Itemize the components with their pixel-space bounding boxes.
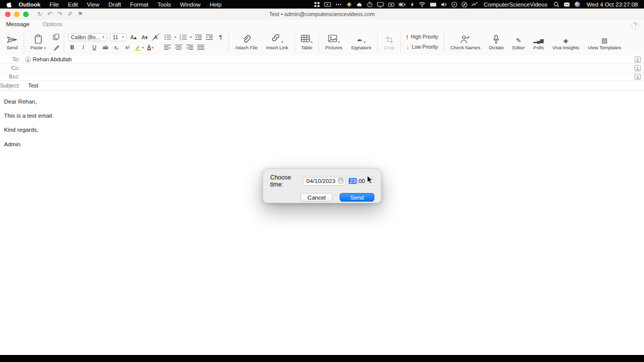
shrink-font-button[interactable]: A▾ xyxy=(140,33,149,41)
zoom-button[interactable] xyxy=(23,12,29,17)
underline-button[interactable]: U xyxy=(90,44,99,51)
polls-button[interactable]: ▂▄▆ Polls xyxy=(531,33,546,51)
time-minute[interactable]: 00 xyxy=(359,178,365,184)
subscript-button[interactable]: x₂ xyxy=(112,44,121,51)
address-book-button[interactable] xyxy=(631,65,644,71)
bcc-input[interactable] xyxy=(23,72,631,80)
bold-button[interactable]: B xyxy=(68,44,76,51)
draw-icon[interactable]: ✐ xyxy=(67,11,72,18)
decrease-indent-button[interactable] xyxy=(194,33,203,41)
highlight-button[interactable]: ▾ xyxy=(134,44,144,51)
menu-tools[interactable]: Tools xyxy=(153,2,176,8)
search-icon[interactable] xyxy=(553,2,559,8)
help-button[interactable]: ? xyxy=(631,22,639,29)
sync-icon[interactable]: ↻ xyxy=(37,11,42,18)
align-left-button[interactable] xyxy=(164,43,172,51)
menu-view[interactable]: View xyxy=(83,2,104,8)
flag-icon[interactable]: ⚑ xyxy=(77,11,83,18)
dialog-send-button[interactable]: Send xyxy=(340,193,374,202)
justify-button[interactable] xyxy=(197,43,205,51)
date-input[interactable]: 04/10/2023 xyxy=(303,177,346,186)
paragraph-marks-button[interactable]: ¶ xyxy=(216,33,225,41)
input-source-icon[interactable] xyxy=(564,2,570,8)
menu-draft[interactable]: Draft xyxy=(104,2,126,8)
address-book-button[interactable] xyxy=(631,73,644,80)
copy-button[interactable] xyxy=(52,33,60,41)
font-size-select[interactable]: 11▾ xyxy=(110,33,127,41)
calendar-icon[interactable] xyxy=(338,177,344,185)
to-input[interactable]: Rehan Abdullah xyxy=(23,55,631,63)
italic-button[interactable]: I xyxy=(79,44,88,51)
low-priority-button[interactable]: ↓Low Priority xyxy=(407,44,438,50)
menu-outlook[interactable]: Outlook xyxy=(14,2,45,8)
browser-icon[interactable] xyxy=(461,2,467,8)
camera-icon[interactable] xyxy=(388,2,394,8)
time-input[interactable]: 23:00 xyxy=(349,178,365,184)
menu-help[interactable]: Help xyxy=(205,2,226,8)
more-icon[interactable] xyxy=(335,2,342,8)
recipient-chip[interactable]: Rehan Abdullah xyxy=(23,56,74,62)
check-names-button[interactable]: Check Names xyxy=(448,33,483,51)
redo-icon[interactable]: ↷ xyxy=(57,11,62,18)
grow-font-button[interactable]: A▴ xyxy=(129,33,138,41)
tab-options[interactable]: Options xyxy=(43,21,63,27)
high-priority-button[interactable]: !High Priority xyxy=(407,34,438,40)
wifi-icon[interactable] xyxy=(419,2,426,7)
send-button[interactable]: Send xyxy=(4,33,20,51)
apple-menu-icon[interactable] xyxy=(6,1,12,8)
menubar-clock[interactable]: Wed 4 Oct 23:27:08 xyxy=(585,2,638,8)
bullets-button[interactable] xyxy=(164,33,172,41)
stepper-up-icon[interactable]: ▲ xyxy=(370,177,374,182)
viva-insights-button[interactable]: ◈ Viva Insights xyxy=(550,33,582,51)
menu-edit[interactable]: Edit xyxy=(63,2,83,8)
launchpad-icon[interactable] xyxy=(314,2,320,8)
tab-message[interactable]: Message xyxy=(6,21,30,27)
font-color-button[interactable]: A▾ xyxy=(146,44,155,51)
menu-format[interactable]: Format xyxy=(125,2,152,8)
address-book-button[interactable] xyxy=(631,56,644,63)
undo-icon[interactable]: ↶ xyxy=(47,11,52,18)
screen-mirroring-icon[interactable] xyxy=(324,2,331,8)
menu-window[interactable]: Window xyxy=(176,2,205,8)
time-stepper[interactable]: ▲ ▼ xyxy=(369,177,374,186)
cancel-button[interactable]: Cancel xyxy=(300,193,333,202)
battery-icon[interactable] xyxy=(398,2,406,8)
bolt-icon[interactable] xyxy=(410,2,415,8)
superscript-button[interactable]: x² xyxy=(123,44,132,51)
cc-input[interactable] xyxy=(23,64,631,72)
strikethrough-button[interactable]: ab xyxy=(101,44,110,51)
view-templates-button[interactable]: ▤ View Templates xyxy=(585,33,623,51)
paste-button[interactable]: Paste▾ xyxy=(28,33,48,51)
stepper-down-icon[interactable]: ▼ xyxy=(370,182,374,185)
message-body[interactable]: Dear Rehan, This is a test email. Kind r… xyxy=(4,99,640,155)
weather-icon[interactable] xyxy=(346,2,352,8)
monitor-icon[interactable] xyxy=(430,2,437,8)
numbering-button[interactable]: 123 xyxy=(179,33,188,41)
stopwatch-icon[interactable] xyxy=(367,2,373,8)
align-center-button[interactable] xyxy=(175,43,183,51)
play-icon[interactable] xyxy=(451,2,457,8)
volume-icon[interactable] xyxy=(441,2,447,8)
cloud-icon[interactable] xyxy=(356,2,363,8)
pictures-button[interactable]: ▾ Pictures xyxy=(323,33,345,51)
table-button[interactable]: ▾ Table xyxy=(298,33,315,51)
increase-indent-button[interactable] xyxy=(205,33,214,41)
time-hour[interactable]: 23 xyxy=(349,178,357,184)
minimize-button[interactable] xyxy=(14,12,20,17)
font-name-select[interactable]: Calibri (Bo...▾ xyxy=(68,33,107,41)
assistant-icon[interactable] xyxy=(574,1,581,8)
close-button[interactable] xyxy=(5,12,11,17)
menu-file[interactable]: File xyxy=(45,2,63,8)
subject-input[interactable]: Test xyxy=(23,81,644,90)
attach-file-button[interactable]: Attach File xyxy=(232,33,260,51)
format-painter-button[interactable] xyxy=(52,44,60,51)
editor-button[interactable]: ✎ Editor xyxy=(510,33,527,51)
display-icon[interactable] xyxy=(377,2,384,8)
menubar-username[interactable]: ComputerScienceVideos xyxy=(482,2,549,8)
clear-formatting-button[interactable]: A xyxy=(151,33,160,41)
align-right-button[interactable] xyxy=(186,43,194,51)
activity-icon[interactable] xyxy=(471,2,478,7)
signature-button[interactable]: ✒▾ Signature xyxy=(349,33,374,51)
insert-link-button[interactable]: ▾ Insert Link xyxy=(264,33,291,51)
dictate-button[interactable]: Dictate xyxy=(487,33,507,51)
